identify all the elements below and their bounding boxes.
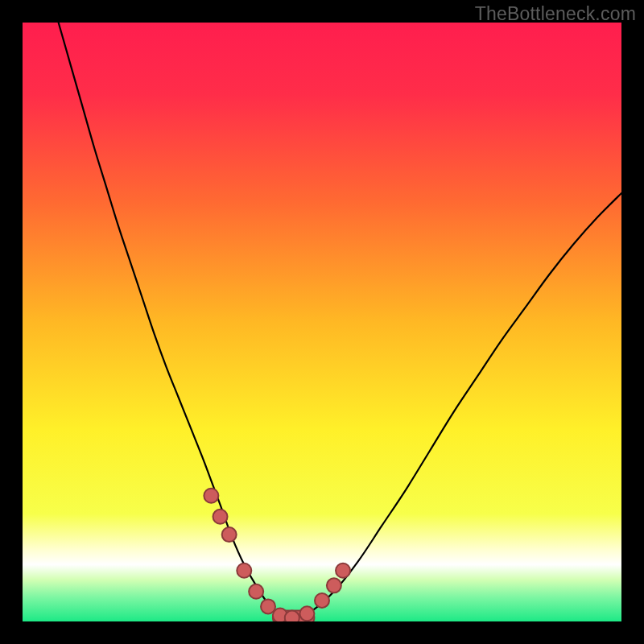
marker-dot [204,489,218,503]
curve-layer [23,23,621,621]
marker-dot [213,510,228,524]
chart-frame: TheBottleneck.com [0,0,644,644]
marker-dot [285,611,299,621]
bottleneck-curve [59,23,621,618]
marker-dot [315,593,329,608]
marker-dot [222,527,237,542]
marker-dot [299,606,314,621]
marker-dot [237,564,251,578]
watermark-text: TheBottleneck.com [475,3,636,25]
marker-dot [249,584,263,599]
marker-dot [336,564,350,578]
marker-cluster [204,489,350,621]
marker-dot [327,578,341,592]
plot-area [23,23,621,621]
